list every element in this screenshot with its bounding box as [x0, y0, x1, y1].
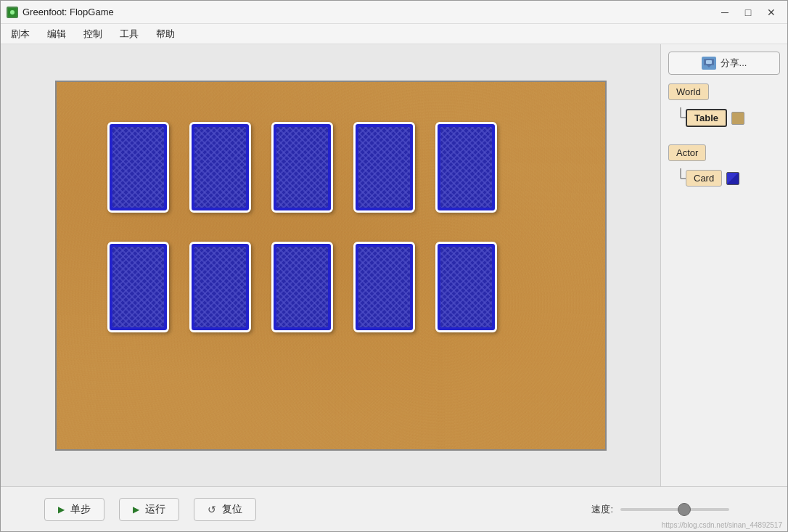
- world-node: World: [668, 83, 780, 100]
- menu-edit[interactable]: 编辑: [40, 26, 73, 42]
- actor-class-label[interactable]: Actor: [668, 144, 706, 161]
- close-button[interactable]: ✕: [761, 5, 781, 20]
- card-6[interactable]: [107, 242, 169, 332]
- menu-help[interactable]: 帮助: [149, 26, 182, 42]
- class-tree-world: World Table: [668, 83, 780, 130]
- reset-button[interactable]: ↺ 复位: [194, 498, 256, 521]
- window-controls: ─ □ ✕: [715, 5, 781, 20]
- game-area: [1, 44, 660, 486]
- title-bar: Greenfoot: FlopGame ─ □ ✕: [1, 1, 787, 24]
- window-title: Greenfoot: FlopGame: [22, 7, 715, 17]
- share-icon: [702, 57, 716, 70]
- step-button[interactable]: ▶ 单步: [44, 498, 104, 521]
- share-button[interactable]: 分享...: [668, 52, 780, 75]
- svg-marker-3: [707, 65, 711, 67]
- card-3[interactable]: [271, 122, 333, 213]
- class-tree-actor: Actor Card: [668, 144, 780, 189]
- speed-label: 速度:: [591, 503, 613, 516]
- world-class-label[interactable]: World: [668, 83, 709, 100]
- card-2[interactable]: [189, 122, 251, 213]
- card-node: Card: [686, 170, 739, 187]
- minimize-button[interactable]: ─: [715, 5, 735, 20]
- run-icon: ▶: [133, 504, 139, 515]
- menu-tools[interactable]: 工具: [112, 26, 146, 42]
- card-9[interactable]: [353, 242, 415, 332]
- table-node: Table: [686, 109, 744, 127]
- share-label: 分享...: [721, 57, 747, 70]
- table-class-label[interactable]: Table: [686, 109, 727, 127]
- step-icon: ▶: [58, 504, 65, 515]
- run-label: 运行: [145, 503, 165, 516]
- menu-script[interactable]: 剧本: [4, 26, 37, 42]
- svg-point-1: [10, 10, 15, 15]
- watermark: https://blog.csdn.net/sinan_44892517: [662, 521, 782, 529]
- app-icon: [7, 7, 18, 18]
- menu-control[interactable]: 控制: [76, 26, 110, 42]
- sidebar: 分享... World Table Actor: [660, 44, 787, 486]
- card-5[interactable]: [435, 122, 497, 213]
- card-10[interactable]: [435, 242, 497, 332]
- card-1[interactable]: [107, 122, 169, 213]
- svg-rect-4: [706, 60, 712, 64]
- actor-tree-connector: [676, 168, 686, 189]
- speed-control: 速度:: [591, 503, 729, 516]
- menu-bar: 剧本 编辑 控制 工具 帮助: [1, 24, 787, 44]
- step-label: 单步: [70, 503, 91, 516]
- run-button[interactable]: ▶ 运行: [119, 498, 179, 521]
- reset-label: 复位: [222, 503, 242, 516]
- card-7[interactable]: [189, 242, 251, 332]
- world-tree-connector: [676, 107, 686, 128]
- maximize-button[interactable]: □: [738, 5, 758, 20]
- game-canvas[interactable]: [55, 81, 607, 451]
- main-area: 分享... World Table Actor: [1, 44, 787, 486]
- table-class-icon: [731, 112, 744, 125]
- card-8[interactable]: [271, 242, 333, 332]
- reset-icon: ↺: [208, 504, 216, 515]
- card-class-icon: [726, 172, 739, 185]
- card-4[interactable]: [353, 122, 415, 213]
- cards-grid: [107, 122, 504, 340]
- card-class-label[interactable]: Card: [686, 170, 722, 187]
- speed-slider[interactable]: [620, 508, 729, 511]
- actor-node: Actor: [668, 144, 780, 161]
